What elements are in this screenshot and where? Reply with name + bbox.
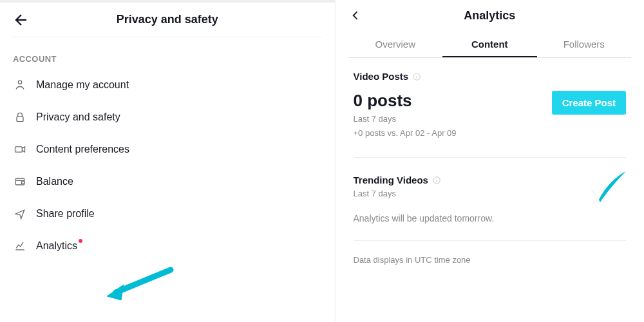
video-posts-heading: Video Posts: [354, 71, 409, 82]
timezone-note: Data displays in UTC time zone: [354, 240, 627, 265]
analytics-header: Analytics: [348, 0, 632, 31]
settings-header: Privacy and safety: [13, 3, 322, 37]
svg-rect-1: [17, 117, 23, 122]
svg-rect-2: [15, 147, 23, 152]
info-icon[interactable]: [412, 72, 421, 81]
back-arrow-icon[interactable]: [13, 12, 30, 28]
menu-item-label: Analytics: [36, 240, 82, 252]
settings-title: Privacy and safety: [30, 13, 305, 26]
trending-period: Last 7 days: [354, 188, 627, 200]
tab-followers[interactable]: Followers: [537, 31, 632, 57]
trending-heading: Trending Videos: [354, 175, 428, 185]
posts-count: 0 posts: [354, 91, 457, 111]
menu-item-label: Share profile: [36, 208, 95, 220]
tab-overview[interactable]: Overview: [348, 31, 443, 57]
menu-item-balance[interactable]: Balance: [13, 166, 322, 198]
posts-comparison: +0 posts vs. Apr 02 - Apr 09: [354, 128, 457, 139]
analytics-title: Analytics: [363, 9, 618, 23]
notification-dot-icon: [79, 239, 82, 243]
menu-item-share-profile[interactable]: Share profile: [13, 198, 322, 230]
menu-item-label: Content preferences: [36, 144, 129, 155]
menu-item-manage-account[interactable]: Manage my account: [13, 69, 322, 101]
video-icon: [13, 142, 27, 156]
tab-content[interactable]: Content: [442, 31, 537, 57]
svg-point-0: [18, 80, 21, 84]
analytics-panel: Analytics Overview Content Followers Vid…: [336, 0, 645, 322]
wallet-icon: [13, 175, 27, 189]
video-posts-heading-row: Video Posts: [354, 71, 627, 82]
trending-block: Trending Videos Last 7 days Analytics wi…: [354, 175, 627, 223]
menu-item-analytics[interactable]: Analytics: [13, 230, 322, 262]
analytics-content: Video Posts 0 posts Last 7 days +0 posts…: [336, 58, 645, 265]
chevron-left-icon[interactable]: [348, 8, 363, 23]
posts-period: Last 7 days: [354, 113, 457, 125]
menu-item-privacy-safety[interactable]: Privacy and safety: [13, 101, 322, 133]
share-icon: [13, 207, 27, 221]
analytics-tabs: Overview Content Followers: [348, 31, 632, 58]
menu-item-label: Privacy and safety: [36, 111, 120, 123]
divider: [354, 157, 627, 158]
analytics-icon: [13, 239, 27, 253]
section-label-account: ACCOUNT: [13, 54, 322, 64]
person-icon: [13, 78, 27, 92]
svg-rect-4: [22, 182, 24, 184]
posts-stats: 0 posts Last 7 days +0 posts vs. Apr 02 …: [354, 91, 457, 139]
menu-item-content-preferences[interactable]: Content preferences: [13, 133, 322, 166]
create-post-button[interactable]: Create Post: [552, 91, 626, 115]
annotation-arrow-icon: [103, 267, 174, 308]
info-icon[interactable]: [432, 176, 441, 185]
menu-item-label: Manage my account: [36, 79, 129, 91]
menu-item-text: Analytics: [36, 240, 77, 252]
menu-item-label: Balance: [36, 176, 73, 187]
trending-pending-text: Analytics will be updated tomorrow.: [354, 213, 627, 223]
settings-panel: Privacy and safety ACCOUNT Manage my acc…: [0, 0, 336, 322]
lock-icon: [13, 110, 27, 124]
